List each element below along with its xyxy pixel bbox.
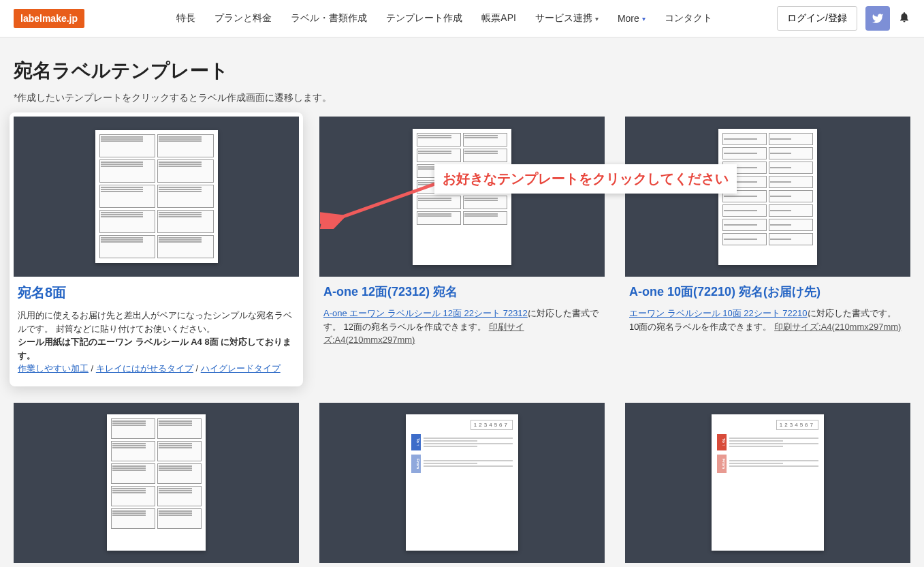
print-size-link[interactable]: 印刷サイズ:A4(210mmx297mm) bbox=[774, 322, 901, 332]
notifications-icon[interactable] bbox=[898, 11, 910, 27]
template-thumbnail bbox=[319, 117, 605, 277]
template-title: A-one 10面(72210) 宛名(お届け先) bbox=[629, 284, 906, 300]
nav-link-create-label[interactable]: ラベル・書類作成 bbox=[291, 12, 367, 25]
template-thumbnail: 1234567 To ↑ From bbox=[625, 403, 910, 563]
navbar: labelmake.jp 特長 プランと料金 ラベル・書類作成 テンプレート作成… bbox=[0, 0, 924, 37]
template-card-atena-8[interactable]: 宛名8面 汎用的に使えるお届け先と差出人がペアになったシンプルな宛名ラベルです。… bbox=[10, 112, 303, 386]
tracking-number: 1234567 bbox=[776, 420, 818, 430]
paper-link-3[interactable]: ハイグレードタイプ bbox=[201, 363, 281, 373]
template-title: A-one 12面(72312) 宛名 bbox=[323, 284, 601, 300]
instruction-callout: お好きなテンプレートをクリックしてください bbox=[434, 164, 737, 194]
twitter-icon bbox=[872, 12, 884, 25]
paper-link-1[interactable]: 作業しやすい加工 bbox=[18, 363, 89, 373]
template-desc: 汎用的に使えるお届け先と差出人がペアになったシンプルな宛名ラベルです。 封筒など… bbox=[18, 310, 292, 334]
chevron-down-icon: ▾ bbox=[642, 15, 646, 22]
nav-link-features[interactable]: 特長 bbox=[176, 12, 195, 25]
from-tag: From bbox=[411, 455, 421, 473]
template-desc-bold: シール用紙は下記のエーワン ラベルシール A4 8面 に対応しております。 bbox=[18, 337, 291, 361]
template-thumbnail bbox=[14, 117, 299, 277]
template-thumbnail: 1234567 To ↑ From bbox=[319, 403, 605, 563]
template-card-aone-12[interactable]: A-one 12面(72312) 宛名 A-one エーワン ラベルシール 12… bbox=[319, 117, 605, 382]
nav-link-services[interactable]: サービス連携▾ bbox=[535, 12, 599, 25]
tracking-number: 1234567 bbox=[471, 420, 513, 430]
nav-link-pricing[interactable]: プランと料金 bbox=[214, 12, 272, 25]
chevron-down-icon: ▾ bbox=[595, 15, 599, 22]
template-title: 宛名8面 bbox=[18, 284, 295, 302]
template-card-aone-10[interactable]: A-one 10面(72210) 宛名(お届け先) エーワン ラベルシール 10… bbox=[625, 117, 910, 382]
to-tag: To ↑ bbox=[411, 434, 421, 450]
nav-link-create-template[interactable]: テンプレート作成 bbox=[386, 12, 462, 25]
page-title: 宛名ラベルテンプレート bbox=[14, 58, 910, 84]
page-subtitle: *作成したいテンプレートをクリックするとラベル作成画面に遷移します。 bbox=[14, 92, 910, 104]
product-link[interactable]: エーワン ラベルシール 10面 22シート 72210 bbox=[629, 308, 808, 318]
template-thumbnail bbox=[625, 117, 910, 277]
nav-link-more[interactable]: More▾ bbox=[618, 13, 646, 24]
paper-link-2[interactable]: キレイにはがせるタイプ bbox=[96, 363, 193, 373]
nav-link-contact[interactable]: コンタクト bbox=[665, 12, 712, 25]
to-tag: To ↑ bbox=[717, 434, 727, 450]
product-link[interactable]: A-one エーワン ラベルシール 12面 22シート 72312 bbox=[323, 308, 528, 318]
template-card-row2-3[interactable]: 1234567 To ↑ From bbox=[625, 403, 910, 563]
template-card-row2-1[interactable] bbox=[14, 403, 299, 563]
login-button[interactable]: ログイン/登録 bbox=[777, 6, 857, 31]
from-tag: From bbox=[717, 455, 727, 473]
template-card-row2-2[interactable]: 1234567 To ↑ From bbox=[319, 403, 605, 563]
template-thumbnail bbox=[14, 403, 299, 563]
logo[interactable]: labelmake.jp bbox=[14, 9, 84, 28]
twitter-button[interactable] bbox=[865, 6, 890, 31]
nav-links: 特長 プランと料金 ラベル・書類作成 テンプレート作成 帳票API サービス連携… bbox=[112, 12, 777, 25]
nav-link-api[interactable]: 帳票API bbox=[481, 12, 516, 25]
template-grid: お好きなテンプレートをクリックしてください 宛名8面 汎用的に使えるお届け先と差… bbox=[14, 117, 910, 563]
